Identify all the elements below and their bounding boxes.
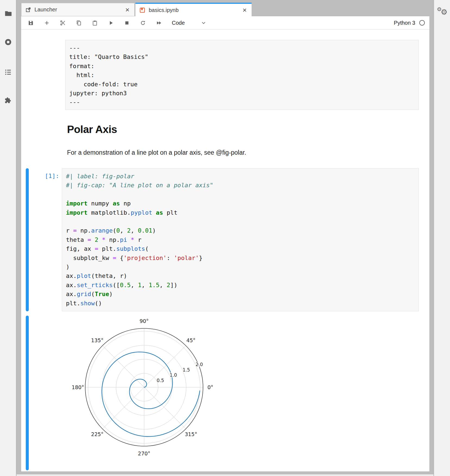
notebook-toolbar: Code Python 3 xyxy=(21,16,429,30)
chevron-down-icon xyxy=(201,20,207,26)
notebook-panel: Code Python 3 ---title: "Quarto Basics"f… xyxy=(21,16,429,471)
svg-text:0°: 0° xyxy=(207,384,213,390)
svg-text:1.5: 1.5 xyxy=(183,367,190,373)
property-inspector-gears-icon[interactable]: ⚙⚙ xyxy=(434,7,450,21)
svg-text:135°: 135° xyxy=(91,337,104,343)
stop-icon[interactable] xyxy=(121,17,132,28)
fast-forward-icon[interactable] xyxy=(153,17,164,28)
raw-cell-editor: ---title: "Quarto Basics"format: html: c… xyxy=(69,43,415,107)
window-bottom-edge xyxy=(17,474,433,476)
svg-text:225°: 225° xyxy=(91,431,104,437)
raw-cell-yaml[interactable]: ---title: "Quarto Basics"format: html: c… xyxy=(65,40,419,110)
svg-text:180°: 180° xyxy=(72,384,84,390)
markdown-heading: Polar Axis xyxy=(67,123,117,135)
svg-text:2.0: 2.0 xyxy=(195,362,203,367)
restart-kernel-icon[interactable] xyxy=(137,17,148,28)
input-collapser[interactable] xyxy=(26,168,29,311)
running-sessions-icon[interactable] xyxy=(0,35,16,49)
svg-text:315°: 315° xyxy=(185,431,197,437)
tab-basics-ipynb[interactable]: basics.ipynb × xyxy=(135,3,252,16)
execution-count-prompt: [1]: xyxy=(29,172,59,180)
jupyterlab-app: ⚙⚙ Launcher × b xyxy=(0,0,450,476)
notebook-window: Launcher × basics.ipynb × xyxy=(21,3,429,471)
right-sidebar: ⚙⚙ xyxy=(434,0,450,476)
code-lines: #| label: fig-polar#| fig-cap: "A line p… xyxy=(66,172,415,308)
kernel-name: Python 3 xyxy=(394,20,415,26)
left-sidebar xyxy=(0,0,16,476)
notebook-content: ---title: "Quarto Basics"format: html: c… xyxy=(21,30,429,471)
run-icon[interactable] xyxy=(105,17,116,28)
cell-type-value: Code xyxy=(172,20,185,26)
paste-cells-icon[interactable] xyxy=(89,17,100,28)
tab-label: Launcher xyxy=(34,7,57,13)
close-icon[interactable]: × xyxy=(242,7,248,13)
svg-text:270°: 270° xyxy=(138,450,150,456)
dock-tab-bar: Launcher × basics.ipynb × xyxy=(21,3,429,16)
kernel-status-icon xyxy=(419,19,426,26)
tab-launcher[interactable]: Launcher × xyxy=(21,3,135,16)
svg-text:1.0: 1.0 xyxy=(170,372,177,378)
notebook-icon xyxy=(139,7,145,13)
close-icon[interactable]: × xyxy=(124,7,131,12)
svg-text:45°: 45° xyxy=(186,337,196,343)
cell-output-area: 0°45°90°135°180°225°270°315°0.51.01.52.0 xyxy=(63,313,231,465)
tab-label: basics.ipynb xyxy=(149,7,179,13)
output-collapser[interactable] xyxy=(26,316,29,470)
insert-cell-icon[interactable] xyxy=(41,17,52,28)
code-cell-editor[interactable]: #| label: fig-polar#| fig-cap: "A line p… xyxy=(62,168,419,311)
copy-cells-icon[interactable] xyxy=(73,17,84,28)
table-of-contents-icon[interactable] xyxy=(0,65,16,79)
launcher-icon xyxy=(25,7,31,13)
svg-text:0.5: 0.5 xyxy=(157,378,164,383)
cut-cells-icon[interactable] xyxy=(57,17,68,28)
extensions-icon[interactable] xyxy=(0,93,16,107)
svg-text:90°: 90° xyxy=(140,318,149,324)
cell-type-dropdown[interactable]: Code xyxy=(172,20,207,26)
polar-plot: 0°45°90°135°180°225°270°315°0.51.01.52.0 xyxy=(63,313,226,461)
save-icon[interactable] xyxy=(25,17,36,28)
kernel-switcher[interactable]: Python 3 xyxy=(394,19,426,26)
markdown-paragraph: For a demonstration of a line plot on a … xyxy=(67,149,246,156)
file-browser-icon[interactable] xyxy=(0,7,16,21)
